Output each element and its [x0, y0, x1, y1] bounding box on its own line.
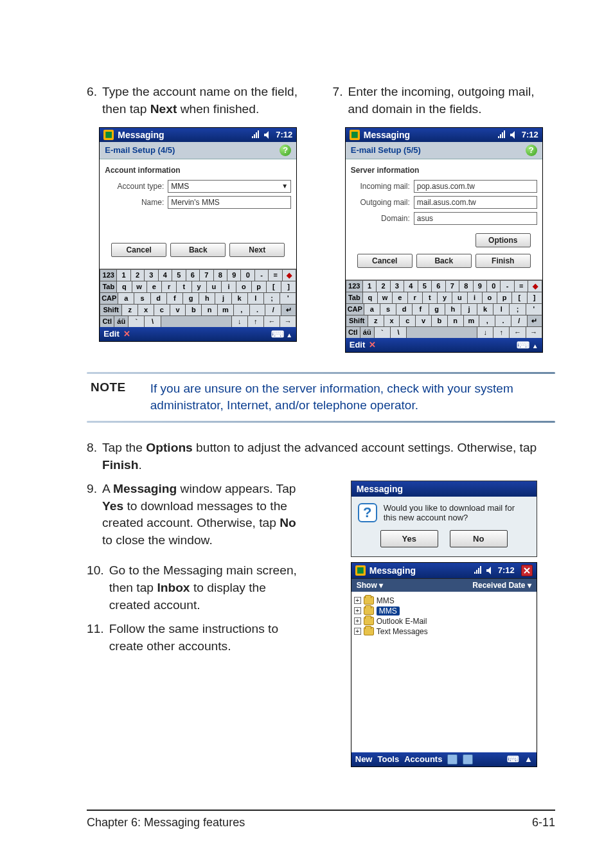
key[interactable]: l	[493, 303, 509, 315]
key[interactable]: ←	[509, 326, 525, 338]
key[interactable]: k	[231, 292, 247, 304]
key[interactable]: j	[461, 303, 477, 315]
toolbar-icon[interactable]	[463, 754, 473, 765]
key[interactable]: ↑	[493, 326, 509, 338]
key[interactable]: .	[495, 315, 511, 326]
key[interactable]: c	[399, 315, 415, 326]
options-button[interactable]: Options	[475, 233, 531, 247]
key[interactable]: 3	[144, 269, 157, 281]
expand-icon[interactable]: +	[354, 607, 361, 614]
yes-button[interactable]: Yes	[380, 530, 438, 547]
key[interactable]: m	[217, 304, 233, 315]
key[interactable]: '	[280, 292, 296, 304]
key[interactable]: `	[128, 315, 144, 327]
key[interactable]: ;	[263, 292, 280, 304]
key[interactable]: ◆	[282, 269, 296, 281]
key[interactable]: g	[182, 292, 199, 304]
incoming-input[interactable]: pop.asus.com.tw	[414, 180, 537, 193]
key[interactable]: -	[254, 269, 268, 281]
key[interactable]: y	[191, 281, 206, 292]
key[interactable]: p	[497, 292, 511, 303]
keyboard-icon[interactable]: ⌨	[517, 340, 529, 350]
chevron-up-icon[interactable]: ▲	[532, 342, 538, 350]
key[interactable]: Shift	[100, 304, 121, 315]
key[interactable]: /	[511, 315, 527, 326]
help-icon[interactable]: ?	[526, 145, 537, 156]
start-icon[interactable]	[355, 565, 366, 576]
key[interactable]: ]	[527, 292, 542, 303]
close-icon[interactable]	[521, 565, 533, 576]
back-button[interactable]: Back	[416, 254, 472, 268]
key[interactable]: 8	[459, 280, 472, 292]
cancel-button[interactable]: Cancel	[111, 243, 166, 257]
key[interactable]: 8	[213, 269, 227, 281]
key[interactable]: h	[445, 303, 461, 315]
key[interactable]: ;	[509, 303, 525, 315]
key[interactable]: 7	[445, 280, 459, 292]
key[interactable]: n	[447, 315, 463, 326]
key[interactable]: w	[377, 292, 392, 303]
key[interactable]: s	[134, 292, 150, 304]
toolbar-icon[interactable]	[447, 754, 458, 765]
key[interactable]: ,	[233, 304, 249, 315]
key[interactable]: k	[477, 303, 493, 315]
key[interactable]: Shift	[346, 315, 368, 326]
key[interactable]: ↓	[231, 315, 247, 327]
key[interactable]: t	[176, 281, 191, 292]
key[interactable]: w	[132, 281, 147, 292]
key[interactable]: s	[380, 303, 396, 315]
account-type-select[interactable]: MMS ▼	[168, 180, 291, 193]
key[interactable]: '	[526, 303, 542, 315]
key[interactable]: y	[437, 292, 452, 303]
key[interactable]: c	[154, 304, 170, 315]
key[interactable]: o	[236, 281, 251, 292]
key[interactable]: =	[514, 280, 528, 292]
key[interactable]: 6	[186, 269, 199, 281]
key[interactable]: b	[185, 304, 201, 315]
key[interactable]: i	[467, 292, 482, 303]
key[interactable]: x	[138, 304, 154, 315]
key[interactable]: b	[431, 315, 447, 326]
key[interactable]: r	[161, 281, 176, 292]
key[interactable]: 6	[431, 280, 445, 292]
key[interactable]: 4	[404, 280, 417, 292]
next-button[interactable]: Next	[229, 243, 285, 257]
tree-item[interactable]: +Text Messages	[354, 626, 534, 637]
key[interactable]: m	[463, 315, 479, 326]
key[interactable]: 1	[116, 269, 130, 281]
key[interactable]: [	[266, 281, 281, 292]
keyboard-icon[interactable]: ⌨	[271, 329, 284, 339]
key[interactable]: u	[206, 281, 221, 292]
key[interactable]: .	[249, 304, 265, 315]
key[interactable]: d	[150, 292, 166, 304]
key[interactable]: o	[482, 292, 497, 303]
key[interactable]: g	[429, 303, 445, 315]
key[interactable]: i	[221, 281, 236, 292]
key[interactable]: 7	[199, 269, 213, 281]
key[interactable]: e	[147, 281, 161, 292]
key[interactable]: 4	[158, 269, 172, 281]
tools-menu[interactable]: Tools	[377, 754, 399, 764]
key[interactable]: \	[144, 315, 160, 327]
key[interactable]: ↓	[477, 326, 493, 338]
key[interactable]: r	[407, 292, 422, 303]
key[interactable]: CAP	[100, 292, 118, 304]
key[interactable]: q	[362, 292, 377, 303]
expand-icon[interactable]: +	[354, 628, 361, 635]
on-screen-keyboard[interactable]: 1231234567890-=◆Tabqwertyuiop[]CAPasdfgh…	[100, 269, 296, 327]
key[interactable]: 1	[362, 280, 376, 292]
accounts-menu[interactable]: Accounts	[404, 754, 442, 764]
key[interactable]: d	[396, 303, 412, 315]
key[interactable]: áü	[114, 315, 128, 327]
chevron-up-icon[interactable]: ▲	[524, 754, 533, 764]
key[interactable]: ◆	[528, 280, 542, 292]
key[interactable]: Ctl	[346, 326, 360, 338]
key[interactable]: l	[247, 292, 263, 304]
key[interactable]: z	[121, 304, 138, 315]
tree-item[interactable]: +MMS	[354, 596, 534, 606]
key[interactable]: 2	[376, 280, 389, 292]
key[interactable]: Tab	[100, 281, 116, 292]
key[interactable]: a	[118, 292, 134, 304]
key[interactable]: p	[251, 281, 266, 292]
key[interactable]: →	[280, 315, 296, 327]
